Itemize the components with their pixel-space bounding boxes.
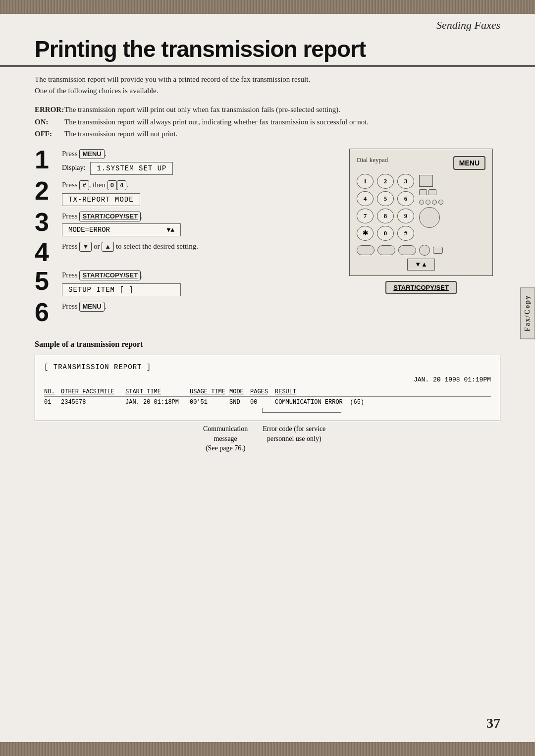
side-dot-row [419,200,443,205]
annotation-error-code: Error code (for service personnel use on… [263,424,325,453]
intro-line1: The transmission report will provide you… [35,74,500,85]
step-5: 5 Press START/COPY/SET. SETUP ITEM [ ] [35,270,332,296]
data-result-text: COMMUNICATION ERROR [275,399,343,406]
data-other-fax: 2345678 [61,399,125,406]
data-usage-time: 00'51 [190,399,229,406]
option-key-on: ON: [35,116,64,128]
side-dot-3 [432,200,437,205]
menu-key-diagram: MENU [453,156,485,170]
display-box-2: TX-REPORT MODE [62,193,140,206]
step-4-content: Press ▼ or ▲ to select the desired setti… [62,241,332,254]
page-number: 37 [486,715,500,731]
lower-circle-1 [419,245,430,256]
steps-column: 1 Press MENU. Display: 1.SYSTEM SET UP 2… [35,149,332,330]
start-copy-set-key-5: START/COPY/SET [79,270,141,280]
keypad-diagram-area: Dial keypad MENU 1 2 3 4 5 6 7 8 9 ✱ 0 [342,149,500,330]
lower-nav-row [357,245,485,256]
bracket-area [44,408,491,413]
step-3-content: Press START/COPY/SET. MODE=ERROR ▼▲ [62,211,332,236]
col-usage-time: USAGE TIME [190,388,229,395]
section-side-tab: Fax/Copy [520,287,535,339]
main-title-area: Printing the transmission report [0,32,535,67]
start-copy-set-button-diagram: START/COPY/SET [385,281,457,294]
annotation-comm-line1: Communication [203,425,248,432]
step-number-1: 1 [35,147,62,172]
page-title: Printing the transmission report [35,36,500,62]
kp-key-9: 9 [397,209,414,223]
sample-report-section: Sample of a transmission report [ TRANSM… [0,340,535,453]
kp-key-2: 2 [377,174,394,189]
side-dot-1 [419,200,424,205]
kp-key-0: 0 [377,226,394,241]
step-2-content: Press #, then 04. TX-REPORT MODE [62,180,332,206]
report-date-area: JAN. 20 1998 01:19PM [44,376,491,385]
side-dot-4 [438,200,443,205]
keypad-main-keys: 1 2 3 4 5 6 7 8 9 ✱ 0 # [357,174,415,241]
kp-key-4: 4 [357,191,374,206]
data-error-code: (65) [350,399,364,406]
option-value-on: The transmission report will always prin… [64,116,500,128]
dial-keypad-label: Dial keypad [357,156,388,164]
report-data-row: 01 2345678 JAN. 20 01:18PM 00'51 SND 00 … [44,399,491,406]
kp-key-1: 1 [357,174,374,189]
data-mode: SND [229,399,250,406]
col-pages: PAGES [250,388,275,395]
side-key-row [419,189,443,195]
data-start-time: JAN. 20 01:18PM [125,399,190,406]
col-mode: MODE [229,388,250,395]
side-indicator-2 [428,189,436,195]
display-box-3: MODE=ERROR ▼▲ [62,223,181,236]
step-5-instruction: Press START/COPY/SET. [62,270,332,280]
arrow-keys-area: ▼▲ [357,259,485,270]
step-4: 4 Press ▼ or ▲ to select the desired set… [35,241,332,265]
options-section: ERROR: The transmission report will prin… [0,104,535,140]
start-copy-set-key-3: START/COPY/SET [79,212,141,221]
keypad-lower-area: ▼▲ [357,245,485,270]
report-column-headers: NO. OTHER FACSIMILE START TIME USAGE TIM… [44,388,491,397]
side-dot-2 [426,200,430,205]
kp-key-6: 6 [397,191,414,206]
report-box: [ TRANSMISSION REPORT ] JAN. 20 1998 01:… [35,355,500,421]
step-number-3: 3 [35,209,62,235]
keypad-diagram: Dial keypad MENU 1 2 3 4 5 6 7 8 9 ✱ 0 [349,149,493,276]
top-texture-band [0,0,535,14]
step-number-2: 2 [35,178,62,204]
data-result: COMMUNICATION ERROR (65) [275,399,364,406]
steps-keypad-area: 1 Press MENU. Display: 1.SYSTEM SET UP 2… [0,149,535,330]
kp-key-7: 7 [357,209,374,223]
step-5-content: Press START/COPY/SET. SETUP ITEM [ ] [62,270,332,296]
intro-section: The transmission report will provide you… [0,74,535,96]
bottom-texture-band [0,742,535,756]
sample-report-title: Sample of a transmission report [35,340,500,349]
col-no: NO. [44,388,61,395]
up-down-arrow-key: ▼▲ [407,259,435,270]
option-value-off: The transmission report will not print. [64,128,500,140]
step-1-content: Press MENU. Display: 1.SYSTEM SET UP [62,149,332,175]
option-on: ON: The transmission report will always … [35,116,500,128]
up-arrow-key: ▲ [102,242,114,252]
option-error: ERROR: The transmission report will prin… [35,104,500,115]
side-indicator-1 [419,189,427,195]
step-number-5: 5 [35,268,62,294]
section-title: Sending Faxes [436,19,500,32]
intro-line2: One of the following choices is availabl… [35,85,500,97]
step-2-instruction: Press #, then 04. [62,180,332,190]
step-3-instruction: Press START/COPY/SET. [62,211,332,221]
keypad-top-row: Dial keypad MENU [357,156,485,170]
comm-annotations-area: Communication message (See page 76.) Err… [35,424,500,453]
mode-error-text: MODE=ERROR [68,226,110,234]
step-6-content: Press MENU. [62,301,332,314]
menu-key-6: MENU [79,302,104,312]
col-start-time: START TIME [125,388,190,395]
report-header-text: [ TRANSMISSION REPORT ] [44,363,491,371]
hash-key: # [79,180,89,190]
lower-oval-2 [377,245,395,255]
keypad-side-buttons [419,175,443,241]
step-1: 1 Press MENU. Display: 1.SYSTEM SET UP [35,149,332,175]
display-box-5: SETUP ITEM [ ] [62,283,181,296]
step-1-instruction: Press MENU. [62,149,332,159]
side-key-1 [419,175,433,187]
col-result: RESULT [275,388,296,395]
step-6-instruction: Press MENU. [62,301,332,312]
data-pages: 00 [250,399,275,406]
